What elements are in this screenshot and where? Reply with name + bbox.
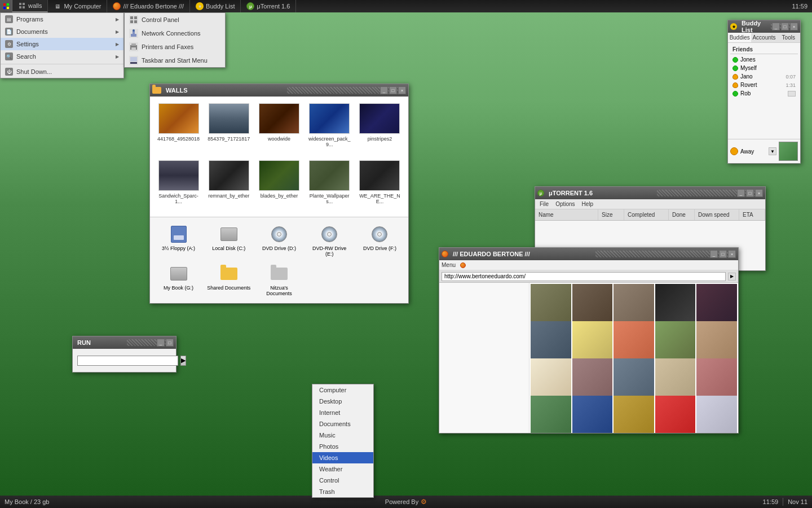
start-button[interactable] [0, 0, 12, 12]
minimize-button[interactable]: _ [710, 250, 718, 258]
address-bar[interactable]: http://www.bertoneeduardo.com/ [442, 272, 726, 281]
menu-item-search[interactable]: 🔍 Search ▶ [1, 50, 123, 63]
taskbar-item-buddylist[interactable]: ★ Buddy List [190, 0, 241, 12]
drive-d[interactable]: DVD Drive (D:) [255, 222, 303, 259]
buddy-jano[interactable]: Jano 0:07 [730, 72, 798, 81]
taskbar-item-eduardo[interactable]: /// Eduardo Bertone /// [107, 0, 190, 12]
buddy-rob[interactable]: Rob [730, 89, 798, 98]
art-thumb[interactable] [572, 284, 613, 325]
file-item[interactable]: widescreen_pack_9... [306, 101, 354, 156]
maximize-button[interactable]: □ [389, 86, 397, 94]
minimize-button[interactable]: _ [157, 339, 165, 347]
drive-shared[interactable]: Shared Documents [205, 261, 253, 299]
buddy-rovert[interactable]: Rovert 1:31 [730, 81, 798, 89]
buddy-jones[interactable]: Jones [730, 55, 798, 64]
drive-nitzua[interactable]: Nitzua's Documents [255, 261, 303, 299]
file-item[interactable]: Sandwich_Sparc-1... [155, 158, 202, 213]
menu-file[interactable]: File [540, 201, 549, 207]
art-thumb[interactable] [531, 284, 571, 325]
walls-titlebar[interactable]: WALLS _ □ × [150, 84, 408, 97]
drive-g[interactable]: My Book (G:) [155, 261, 202, 299]
drive-floppy[interactable]: 3½ Floppy (A:) [155, 222, 202, 259]
places-computer[interactable]: Computer [312, 384, 373, 396]
file-item[interactable]: woodwide [255, 101, 303, 156]
tab-buddies[interactable]: Buddies [728, 33, 751, 42]
file-item[interactable]: Plante_Wallpapers... [306, 158, 354, 213]
submenu-taskbar[interactable]: Taskbar and Start Menu [125, 54, 225, 67]
maximize-button[interactable]: □ [166, 339, 174, 347]
maximize-button[interactable]: □ [719, 250, 727, 258]
taskbar-item-mycomputer[interactable]: 🖥 My Computer [48, 0, 107, 12]
minimize-button[interactable]: _ [380, 86, 388, 94]
minimize-button[interactable]: _ [737, 189, 745, 197]
file-item[interactable]: pinstripes2 [356, 101, 404, 156]
art-thumb[interactable] [572, 321, 613, 362]
art-thumb[interactable] [614, 358, 654, 399]
close-button[interactable]: × [728, 250, 736, 258]
art-thumb[interactable] [696, 284, 737, 325]
file-item[interactable]: 854379_71721817 [205, 101, 253, 156]
run-input[interactable] [77, 356, 178, 366]
places-internet[interactable]: Internet [312, 407, 373, 418]
buddy-myself[interactable]: Myself [730, 64, 798, 72]
art-thumb[interactable] [696, 396, 737, 433]
menu-help[interactable]: Help [582, 201, 594, 207]
art-thumb[interactable] [655, 358, 696, 399]
art-thumb[interactable] [696, 321, 737, 362]
status-dropdown[interactable]: ▼ [769, 147, 776, 155]
close-button[interactable]: × [790, 23, 798, 30]
art-thumb[interactable] [655, 396, 696, 433]
go-button[interactable]: ▶ [728, 273, 736, 281]
art-thumb[interactable] [614, 321, 654, 362]
menu-item-settings[interactable]: ⚙ Settings ▶ [1, 38, 123, 50]
buddy-titlebar[interactable]: ★ Buddy List _ □ × [728, 20, 800, 33]
svg-rect-19 [130, 57, 137, 62]
drive-e[interactable]: DVD-RW Drive (E:) [306, 222, 354, 259]
file-item[interactable]: 441768_49528018 [155, 101, 202, 156]
art-thumb[interactable] [614, 284, 654, 325]
browser-titlebar[interactable]: /// EDUARDO BERTONE /// _ □ × [439, 248, 738, 260]
places-photos[interactable]: Photos [312, 441, 373, 452]
menu-item-programs[interactable]: ▤ Programs ▶ [1, 13, 123, 25]
file-item[interactable]: remnant_by_ether [205, 158, 253, 213]
art-thumb[interactable] [614, 396, 654, 433]
art-thumb[interactable] [531, 358, 571, 399]
art-thumb[interactable] [572, 358, 613, 399]
places-weather[interactable]: Weather [312, 463, 373, 475]
art-thumb[interactable] [572, 396, 613, 433]
places-desktop[interactable]: Desktop [312, 396, 373, 407]
browser-menu-item[interactable]: Menu [442, 262, 456, 268]
taskbar-item-walls[interactable]: walls [12, 0, 48, 12]
submenu-printers[interactable]: Printers and Faxes [125, 40, 225, 54]
places-control[interactable]: Control [312, 475, 373, 486]
close-button[interactable]: × [755, 189, 763, 197]
drive-f[interactable]: DVD Drive (F:) [356, 222, 404, 259]
taskbar-item-utorrent[interactable]: μ μTorrent 1.6 [241, 0, 296, 12]
submenu-networkconnections[interactable]: Network Connections [125, 27, 225, 40]
art-thumb[interactable] [655, 284, 696, 325]
drive-c[interactable]: Local Disk (C:) [205, 222, 253, 259]
close-button[interactable]: × [398, 86, 406, 94]
art-thumb[interactable] [655, 321, 696, 362]
minimize-button[interactable]: _ [772, 23, 780, 30]
art-thumb[interactable] [531, 396, 571, 433]
run-button[interactable]: ▶ [180, 356, 186, 366]
places-trash[interactable]: Trash [312, 486, 373, 497]
places-documents[interactable]: Documents [312, 418, 373, 430]
tab-tools[interactable]: Tools [777, 33, 800, 42]
menu-item-documents[interactable]: 📄 Documents ▶ [1, 25, 123, 38]
art-thumb[interactable] [696, 358, 737, 399]
file-item[interactable]: blades_by_ether [255, 158, 303, 213]
run-titlebar[interactable]: RUN _ □ [73, 336, 176, 349]
places-videos[interactable]: Videos [312, 452, 373, 463]
utorrent-titlebar[interactable]: μ μTORRENT 1.6 _ □ × [535, 187, 765, 199]
places-music[interactable]: Music [312, 430, 373, 441]
file-item[interactable]: WE_ARE_THE_NE... [356, 158, 404, 213]
maximize-button[interactable]: □ [781, 23, 789, 30]
tab-accounts[interactable]: Accounts [751, 33, 776, 42]
art-thumb[interactable] [531, 321, 571, 362]
maximize-button[interactable]: □ [746, 189, 754, 197]
submenu-controlpanel[interactable]: Control Panel [125, 13, 225, 27]
menu-options[interactable]: Options [555, 201, 575, 207]
menu-item-shutdown[interactable]: ⏻ Shut Down... [1, 65, 123, 78]
